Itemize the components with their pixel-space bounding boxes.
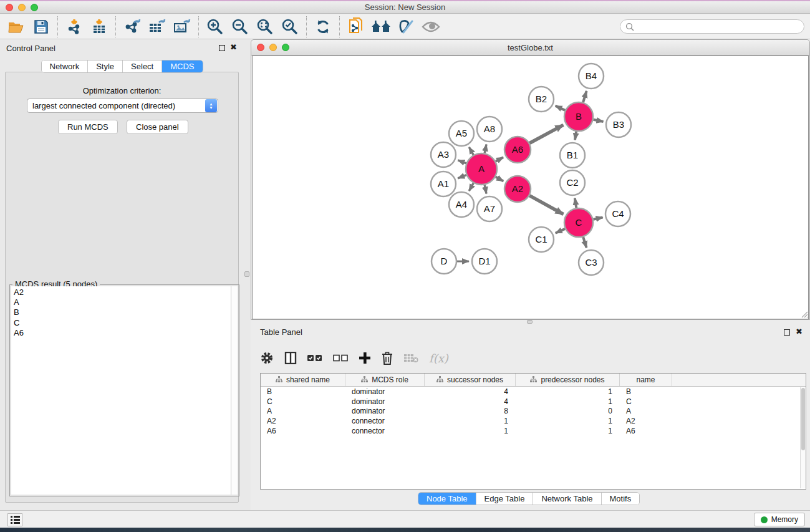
zoom-out-icon[interactable] [228, 16, 253, 38]
edge-C-C2[interactable] [575, 198, 576, 208]
network-canvas[interactable]: B4B2BB3A5A8A6B1A3AC2A1A2A4A7C4CC1C3DD1 [252, 56, 809, 319]
result-list-scrollbar[interactable] [231, 286, 238, 495]
network-window-titlebar[interactable]: testGlobe.txt [251, 40, 809, 56]
select-all-columns-icon[interactable] [307, 354, 322, 362]
result-item[interactable]: A6 [14, 328, 231, 338]
float-panel-icon[interactable] [784, 329, 790, 336]
node-A[interactable]: A [466, 153, 497, 185]
close-panel-icon[interactable]: ✖ [796, 329, 803, 335]
edge-B-B2[interactable] [556, 106, 566, 110]
open-session-icon[interactable] [4, 16, 29, 38]
node-A4[interactable]: A4 [449, 192, 474, 217]
edge-A-A2[interactable] [496, 177, 503, 181]
column-header-predecessor-nodes[interactable]: predecessor nodes [516, 374, 620, 386]
show-column-icon[interactable] [284, 352, 297, 364]
node-C1[interactable]: C1 [529, 227, 554, 252]
node-A7[interactable]: A7 [477, 196, 502, 221]
node-C[interactable]: C [564, 208, 593, 237]
close-panel-icon[interactable]: ✖ [230, 44, 237, 51]
node-B4[interactable]: B4 [579, 64, 604, 89]
edge-A-A8[interactable] [485, 144, 486, 153]
mcds-result-list[interactable]: A2ABCA6 [11, 286, 231, 495]
float-panel-icon[interactable] [219, 45, 225, 51]
node-B1[interactable]: B1 [560, 143, 585, 168]
result-item[interactable]: C [14, 318, 231, 328]
column-header-name[interactable]: name [620, 374, 672, 386]
node-A8[interactable]: A8 [477, 117, 502, 142]
zoom-in-icon[interactable] [203, 16, 228, 38]
tab-motifs[interactable]: Motifs [602, 493, 640, 505]
node-A6[interactable]: A6 [504, 137, 531, 163]
edge-C-C4[interactable] [593, 217, 602, 219]
node-A2[interactable]: A2 [504, 176, 531, 202]
table-row[interactable]: A6connector11A6 [261, 426, 806, 436]
edge-A-A3[interactable] [458, 160, 466, 163]
apply-preferred-layout-icon[interactable] [369, 16, 393, 38]
search-box[interactable] [620, 19, 804, 34]
node-B[interactable]: B [564, 102, 593, 131]
copy-current-style-icon[interactable] [344, 16, 369, 38]
tab-mcds[interactable]: MCDS [162, 60, 202, 72]
node-B3[interactable]: B3 [606, 112, 631, 137]
table-row[interactable]: Bdominator41B [261, 387, 806, 397]
run-mcds-button[interactable]: Run MCDS [58, 120, 118, 134]
window-resize-grip[interactable] [801, 311, 808, 318]
tab-style[interactable]: Style [88, 60, 123, 72]
edge-B-B1[interactable] [575, 132, 576, 140]
table-options-gear-icon[interactable] [260, 351, 274, 365]
edge-A-A6[interactable] [496, 157, 503, 161]
show-hide-graphics-icon[interactable] [393, 16, 418, 38]
table-row[interactable]: A2connector11A2 [261, 416, 806, 426]
node-A3[interactable]: A3 [431, 142, 456, 167]
node-B2[interactable]: B2 [529, 87, 554, 112]
table-scrollbar[interactable] [800, 387, 806, 488]
unselect-all-columns-icon[interactable] [333, 354, 348, 362]
tab-network-table[interactable]: Network Table [533, 493, 601, 505]
save-session-icon[interactable] [29, 16, 54, 38]
column-header-successor-nodes[interactable]: successor nodes [425, 374, 516, 386]
tab-edge-table[interactable]: Edge Table [476, 493, 534, 505]
edge-A-A7[interactable] [485, 185, 486, 193]
export-network-icon[interactable] [120, 16, 145, 38]
node-D[interactable]: D [432, 249, 456, 274]
tab-node-table[interactable]: Node Table [418, 493, 476, 505]
edge-A-A5[interactable] [469, 147, 473, 155]
table-scrollbar-thumb[interactable] [801, 388, 805, 450]
criterion-dropdown[interactable]: largest connected component (directed) ▲… [27, 99, 218, 113]
node-A1[interactable]: A1 [431, 172, 456, 196]
create-column-icon[interactable] [359, 352, 371, 364]
result-item[interactable]: A2 [14, 288, 231, 297]
task-history-button[interactable] [7, 513, 22, 526]
result-item[interactable]: B [14, 307, 231, 317]
edge-C-C1[interactable] [556, 229, 565, 233]
vertical-splitter[interactable] [244, 39, 251, 510]
column-header-shared-name[interactable]: shared name [261, 374, 345, 386]
zoom-fit-icon[interactable] [253, 16, 277, 38]
import-network-icon[interactable] [62, 16, 87, 38]
edge-C-C3[interactable] [583, 237, 586, 248]
node-A5[interactable]: A5 [449, 121, 474, 146]
zoom-selected-icon[interactable] [277, 16, 302, 38]
refresh-icon[interactable] [311, 16, 335, 38]
column-header-MCDS-role[interactable]: MCDS role [345, 374, 425, 386]
result-item[interactable]: A [14, 297, 231, 307]
export-table-icon[interactable] [145, 16, 170, 38]
close-panel-button[interactable]: Close panel [127, 120, 188, 134]
node-D1[interactable]: D1 [472, 249, 497, 274]
edge-B-B4[interactable] [583, 91, 587, 102]
edge-A6-B[interactable] [529, 125, 563, 143]
edge-A-A1[interactable] [458, 175, 466, 178]
node-C2[interactable]: C2 [560, 170, 585, 195]
search-input[interactable] [634, 22, 804, 31]
import-table-icon[interactable] [87, 16, 112, 38]
tab-select[interactable]: Select [123, 60, 162, 72]
node-C4[interactable]: C4 [605, 201, 630, 226]
table-row[interactable]: Cdominator41C [261, 397, 806, 407]
table-row[interactable]: Adominator80A [261, 406, 806, 416]
node-C3[interactable]: C3 [579, 250, 604, 275]
export-image-icon[interactable] [170, 16, 195, 38]
splitter-grip[interactable] [244, 271, 249, 277]
memory-button[interactable]: Memory [754, 513, 805, 526]
tab-network[interactable]: Network [41, 60, 88, 72]
edge-B-B3[interactable] [594, 120, 604, 122]
